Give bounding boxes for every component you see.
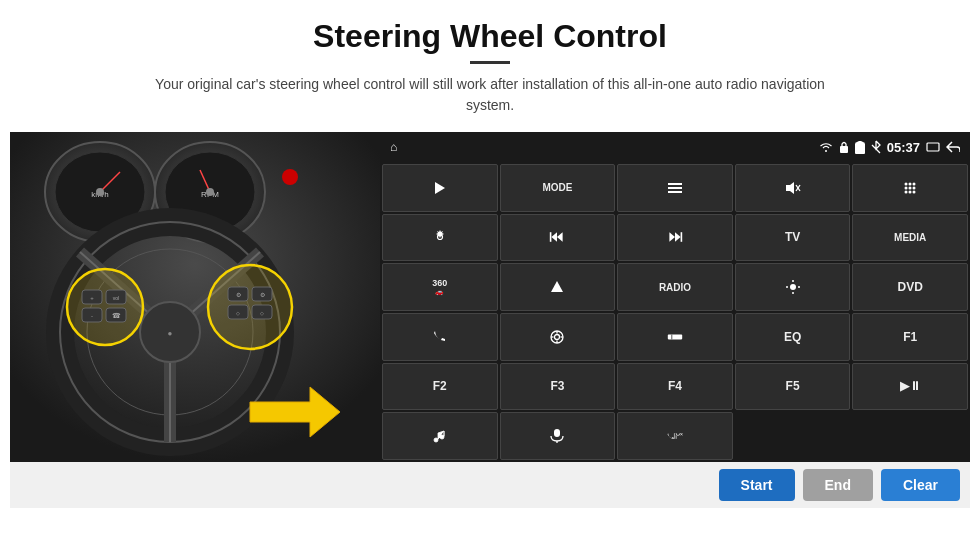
svg-point-70 bbox=[790, 284, 796, 290]
svg-rect-83 bbox=[554, 429, 560, 437]
svg-marker-63 bbox=[552, 233, 558, 243]
wifi-icon bbox=[819, 142, 833, 152]
window-icon bbox=[926, 142, 940, 152]
radio-btn-r5c2[interactable]: F3 bbox=[500, 363, 616, 411]
radio-btn-r6c4[interactable] bbox=[735, 412, 851, 460]
svg-marker-64 bbox=[557, 233, 563, 243]
radio-btn-r4c4[interactable]: EQ bbox=[735, 313, 851, 361]
radio-btn-r5c1[interactable]: F2 bbox=[382, 363, 498, 411]
svg-rect-65 bbox=[550, 233, 552, 243]
radio-btn-r6c5[interactable] bbox=[852, 412, 968, 460]
radio-btn-r4c3[interactable] bbox=[617, 313, 733, 361]
svg-point-58 bbox=[913, 186, 916, 189]
status-left: ⌂ bbox=[390, 140, 397, 154]
radio-btn-r5c3[interactable]: F4 bbox=[617, 363, 733, 411]
radio-panel: ⌂ bbox=[380, 132, 970, 462]
svg-rect-48 bbox=[668, 187, 682, 189]
svg-marker-66 bbox=[669, 233, 675, 243]
radio-btn-r2c2[interactable] bbox=[500, 214, 616, 262]
svg-marker-46 bbox=[435, 182, 445, 194]
page-title: Steering Wheel Control bbox=[313, 18, 667, 55]
end-button[interactable]: End bbox=[803, 469, 873, 501]
svg-point-55 bbox=[913, 182, 916, 185]
radio-btn-r5c4[interactable]: F5 bbox=[735, 363, 851, 411]
svg-rect-45 bbox=[927, 143, 939, 151]
radio-btn-r2c4[interactable]: TV bbox=[735, 214, 851, 262]
lock-icon bbox=[839, 141, 849, 153]
radio-btn-r5c5[interactable]: ▶⏸ bbox=[852, 363, 968, 411]
svg-rect-68 bbox=[681, 233, 683, 243]
svg-marker-69 bbox=[551, 281, 563, 292]
back-icon bbox=[946, 141, 960, 153]
svg-point-53 bbox=[905, 182, 908, 185]
svg-rect-47 bbox=[668, 183, 682, 185]
radio-btn-r4c5[interactable]: F1 bbox=[852, 313, 968, 361]
svg-point-24 bbox=[208, 265, 292, 349]
svg-rect-42 bbox=[840, 146, 848, 153]
status-bar: ⌂ bbox=[380, 132, 970, 162]
svg-text:⚙: ⚙ bbox=[260, 292, 265, 298]
radio-btn-r1c1[interactable] bbox=[382, 164, 498, 212]
svg-marker-67 bbox=[675, 233, 681, 243]
svg-text:◇: ◇ bbox=[236, 310, 240, 316]
svg-text:⚙: ⚙ bbox=[236, 292, 241, 298]
svg-point-76 bbox=[555, 334, 560, 339]
radio-btn-r1c4[interactable] bbox=[735, 164, 851, 212]
radio-btn-r4c2[interactable] bbox=[500, 313, 616, 361]
svg-text:●: ● bbox=[168, 329, 173, 338]
svg-text:◇: ◇ bbox=[260, 310, 264, 316]
content-row: km/h RPM bbox=[10, 132, 970, 462]
bottom-row: Start End Clear bbox=[10, 462, 970, 508]
radio-btn-r3c2[interactable] bbox=[500, 263, 616, 311]
svg-marker-44 bbox=[855, 141, 865, 143]
svg-rect-49 bbox=[668, 191, 682, 193]
radio-btn-r6c2[interactable] bbox=[500, 412, 616, 460]
svg-point-11 bbox=[282, 169, 298, 185]
svg-point-56 bbox=[905, 186, 908, 189]
sd-icon bbox=[855, 141, 865, 154]
radio-btn-r6c3[interactable] bbox=[617, 412, 733, 460]
radio-btn-r3c4[interactable] bbox=[735, 263, 851, 311]
svg-point-59 bbox=[905, 190, 908, 193]
svg-point-54 bbox=[909, 182, 912, 185]
radio-btn-r2c1[interactable] bbox=[382, 214, 498, 262]
svg-marker-50 bbox=[786, 182, 794, 194]
radio-btn-r2c3[interactable] bbox=[617, 214, 733, 262]
radio-btn-r1c2[interactable]: MODE bbox=[500, 164, 616, 212]
radio-btn-r3c5[interactable]: DVD bbox=[852, 263, 968, 311]
radio-btn-r1c3[interactable] bbox=[617, 164, 733, 212]
radio-btn-r1c5[interactable] bbox=[852, 164, 968, 212]
button-grid: MODETVMEDIA360🚗RADIODVDEQF1F2F3F4F5▶⏸ bbox=[380, 162, 970, 462]
svg-text:+: + bbox=[90, 295, 94, 301]
start-button[interactable]: Start bbox=[719, 469, 795, 501]
svg-point-60 bbox=[909, 190, 912, 193]
page-wrapper: Steering Wheel Control Your original car… bbox=[0, 0, 980, 544]
svg-point-23 bbox=[67, 269, 143, 345]
radio-btn-r6c1[interactable] bbox=[382, 412, 498, 460]
title-divider bbox=[470, 61, 510, 64]
svg-rect-81 bbox=[668, 334, 682, 339]
svg-text:-: - bbox=[91, 313, 93, 319]
svg-text:vol: vol bbox=[113, 295, 119, 301]
clear-button[interactable]: Clear bbox=[881, 469, 960, 501]
radio-btn-r2c5[interactable]: MEDIA bbox=[852, 214, 968, 262]
svg-point-57 bbox=[909, 186, 912, 189]
radio-btn-r4c1[interactable] bbox=[382, 313, 498, 361]
time-display: 05:37 bbox=[887, 140, 920, 155]
svg-point-10 bbox=[206, 188, 214, 196]
radio-btn-r3c1[interactable]: 360🚗 bbox=[382, 263, 498, 311]
svg-point-61 bbox=[913, 190, 916, 193]
radio-btn-r3c3[interactable]: RADIO bbox=[617, 263, 733, 311]
page-subtitle: Your original car's steering wheel contr… bbox=[150, 74, 830, 116]
bluetooth-icon bbox=[871, 140, 881, 154]
svg-point-5 bbox=[96, 188, 104, 196]
svg-rect-43 bbox=[855, 143, 865, 154]
steering-wheel-image: km/h RPM bbox=[10, 132, 380, 462]
svg-text:☎: ☎ bbox=[112, 312, 121, 319]
status-right: 05:37 bbox=[819, 140, 960, 155]
home-icon[interactable]: ⌂ bbox=[390, 140, 397, 154]
